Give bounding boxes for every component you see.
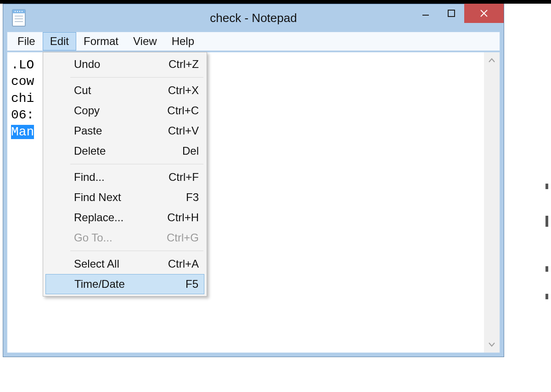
menu-item-label: Time/Date [74,278,125,291]
svg-rect-9 [422,15,429,16]
artifact-speck [545,266,548,272]
svg-rect-1 [12,10,25,13]
menu-item-shortcut: Ctrl+C [167,104,199,117]
menu-item-go-to: Go To... Ctrl+G [45,228,205,248]
title-bar[interactable]: check - Notepad [3,4,504,32]
menu-item-undo[interactable]: Undo Ctrl+Z [45,54,205,74]
svg-point-5 [22,11,22,12]
menu-item-label: Go To... [74,231,112,244]
menu-file[interactable]: File [10,32,43,50]
menu-item-label: Undo [74,58,100,71]
minimize-button[interactable] [413,4,439,23]
menu-item-shortcut: F5 [186,278,198,291]
menu-item-label: Replace... [74,211,124,224]
scroll-up-icon[interactable] [484,52,500,69]
artifact-speck [545,184,548,189]
menu-separator [70,251,203,251]
menu-item-find[interactable]: Find... Ctrl+F [45,167,205,187]
menu-item-select-all[interactable]: Select All Ctrl+A [45,254,205,274]
editor-selection: Man [11,125,34,139]
menu-edit[interactable]: Edit [43,32,76,50]
notepad-icon [9,8,29,28]
menu-item-shortcut: Ctrl+F [169,171,199,184]
menu-item-paste[interactable]: Paste Ctrl+V [45,121,205,141]
menu-item-label: Cut [74,84,91,97]
menu-bar: File Edit Format View Help [7,32,500,51]
menu-item-shortcut: Ctrl+G [167,231,199,244]
maximize-button[interactable] [439,4,464,23]
menu-item-shortcut: Del [182,145,199,157]
notepad-window: check - Notepad File Edit Format View He… [3,4,504,357]
menu-separator [70,164,203,164]
editor-line: 06: [11,108,34,122]
vertical-scrollbar[interactable] [484,52,500,353]
svg-point-2 [15,11,16,12]
menu-separator [70,77,203,78]
menu-item-label: Find Next [74,191,121,204]
menu-item-shortcut: Ctrl+X [168,84,199,97]
editor-line: chi [11,91,34,106]
menu-item-label: Find... [74,171,105,184]
edit-dropdown: Undo Ctrl+Z Cut Ctrl+X Copy Ctrl+C Paste… [43,52,207,297]
svg-point-3 [17,11,18,12]
scroll-down-icon[interactable] [484,336,500,353]
menu-view[interactable]: View [126,32,164,50]
menu-item-label: Delete [74,145,106,157]
menu-item-time-date[interactable]: Time/Date F5 [45,274,204,294]
svg-rect-10 [448,10,455,17]
menu-item-shortcut: F3 [186,191,199,204]
menu-item-find-next[interactable]: Find Next F3 [45,187,205,207]
menu-item-shortcut: Ctrl+H [167,211,199,224]
top-edge-strip [0,0,551,4]
menu-item-shortcut: Ctrl+V [168,124,199,137]
menu-item-copy[interactable]: Copy Ctrl+C [45,101,205,121]
menu-item-replace[interactable]: Replace... Ctrl+H [45,207,205,228]
menu-item-shortcut: Ctrl+Z [169,58,199,71]
menu-item-label: Paste [74,124,102,137]
menu-item-shortcut: Ctrl+A [168,258,199,270]
artifact-speck [545,294,548,299]
desktop: check - Notepad File Edit Format View He… [0,0,551,392]
artifact-speck [545,216,548,227]
menu-format[interactable]: Format [76,32,126,50]
window-controls [413,4,504,23]
close-button[interactable] [464,4,504,23]
menu-item-delete[interactable]: Delete Del [45,141,205,161]
menu-item-label: Select All [74,258,119,270]
svg-point-4 [19,11,20,12]
editor-line: cow [11,74,34,89]
editor-line: .LO [11,58,34,72]
menu-help[interactable]: Help [164,32,202,50]
menu-item-label: Copy [74,104,100,117]
menu-item-cut[interactable]: Cut Ctrl+X [45,80,205,101]
